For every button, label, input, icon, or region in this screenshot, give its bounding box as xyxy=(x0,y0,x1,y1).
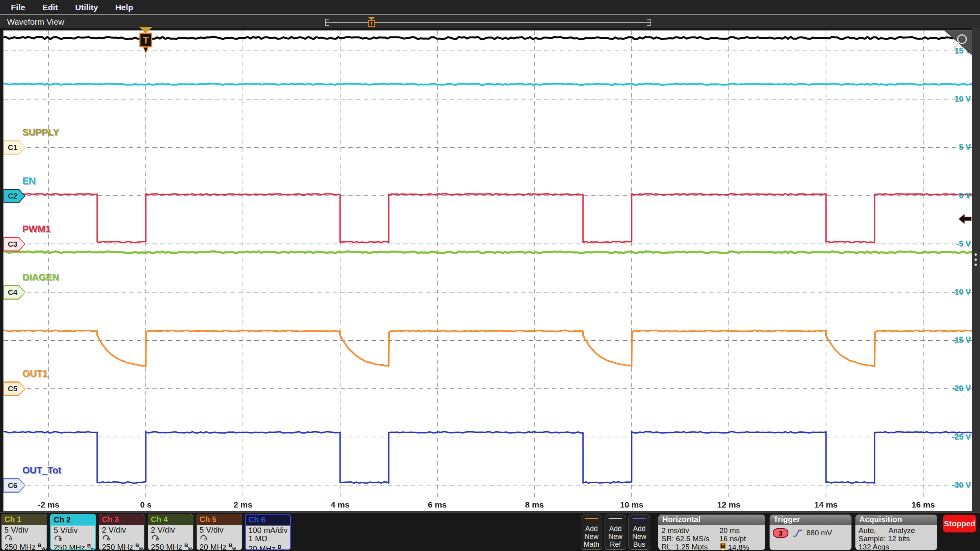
oscilloscope-screen: File Edit Utility Help Waveform View T xyxy=(0,0,980,551)
menu-item-file[interactable]: File xyxy=(11,3,25,12)
more-options-handle[interactable] xyxy=(975,253,978,269)
minimap-trigger-marker[interactable]: T xyxy=(367,17,376,28)
view-header: Waveform View T xyxy=(0,14,980,28)
trigger-level: 880 mV xyxy=(806,529,832,537)
record-length: RL: 1.25 Mpts xyxy=(661,543,719,551)
trace-EN xyxy=(4,83,972,85)
trigger-position-percent: 14.8% xyxy=(728,543,749,551)
channel-name-pwm1: PWM1 xyxy=(22,224,51,235)
channel-name-en: EN xyxy=(22,175,35,186)
graticule-grid xyxy=(4,31,972,499)
voltage-label-10v: 10 V xyxy=(935,94,971,103)
voltage-label-5v: 5 V xyxy=(935,143,971,152)
menu-bar: File Edit Utility Help xyxy=(0,0,980,14)
acquisition-panel[interactable]: Acquisition Auto, Analyze Sample: 12 bit… xyxy=(855,515,937,550)
voltage-label-m5v: -5 V xyxy=(935,239,971,248)
bus-accent-line xyxy=(632,518,646,519)
probe-icon xyxy=(148,534,193,541)
trigger-level-arrow[interactable] xyxy=(958,214,972,225)
voltage-label-m20v: -20 V xyxy=(935,384,971,393)
resolution: 16 ns/pt xyxy=(719,535,746,543)
time-label-2: 2 ms xyxy=(234,500,252,509)
view-title: Waveform View xyxy=(7,17,64,27)
trigger-source-badge: 3 xyxy=(773,528,788,538)
time-label-8: 14 ms xyxy=(814,500,838,509)
channel-badge-ch3[interactable]: Ch 3 2 V/div 250 MHz Bw xyxy=(99,514,145,550)
acq-sample: Sample: 12 bits xyxy=(859,535,934,543)
math-accent-line xyxy=(585,518,598,519)
svg-text:T: T xyxy=(143,35,149,45)
time-label-5: 8 ms xyxy=(525,500,544,509)
time-label-3: 4 ms xyxy=(331,500,350,509)
waveform-plot xyxy=(4,31,972,499)
trigger-panel[interactable]: Trigger 3 880 mV xyxy=(770,515,851,550)
probe-icon xyxy=(2,534,47,541)
trace-OUT_Tot xyxy=(4,432,972,483)
channel-name-out-tot: OUT_Tot xyxy=(22,465,62,476)
trace-OUT1 xyxy=(4,331,972,367)
time-label-4: 6 ms xyxy=(428,500,447,509)
time-label-1: 0 s xyxy=(140,500,151,509)
voltage-label-m15v: -15 V xyxy=(935,336,971,345)
menu-item-edit[interactable]: Edit xyxy=(42,3,58,12)
acq-analyze: Analyze xyxy=(888,526,915,535)
time-label-9: 16 ms xyxy=(911,500,935,509)
run-stop-button[interactable]: Stopped xyxy=(943,515,976,533)
probe-icon xyxy=(51,535,95,542)
right-edge-strip xyxy=(972,28,980,512)
time-label-6: 10 ms xyxy=(620,500,643,509)
waveform-graticule: T SUPPLY EN PWM1 DIAGEN OUT1 OUT_Tot C1 … xyxy=(3,30,973,511)
horizontal-position-minimap[interactable]: T xyxy=(324,16,653,28)
horizontal-scale: 2 ms/div xyxy=(661,526,719,535)
channel-badge-ch2[interactable]: Ch 2 5 V/div 250 MHz Bw xyxy=(50,514,96,550)
probe-icon xyxy=(197,534,242,541)
channel-badge-ch5[interactable]: Ch 5 5 V/div 20 MHz Bw xyxy=(196,514,242,550)
add-new-math-button[interactable]: Add New Math xyxy=(581,515,602,550)
svg-text:T: T xyxy=(722,544,725,548)
acq-mode: Auto, xyxy=(859,526,876,535)
rising-edge-icon xyxy=(792,528,802,538)
svg-text:T: T xyxy=(370,21,373,27)
voltage-label-m30v: -30 V xyxy=(935,481,971,490)
menu-item-utility[interactable]: Utility xyxy=(75,3,98,12)
ref-accent-line xyxy=(609,518,622,519)
trigger-position-icon: T xyxy=(719,543,726,551)
acq-count: 132 Acqs xyxy=(859,543,934,551)
trace-DIAGEN xyxy=(4,251,972,253)
horizontal-panel[interactable]: Horizontal 2 ms/div 20 ms SR: 62.5 MS/s … xyxy=(658,515,765,550)
time-label-0: -2 ms xyxy=(38,500,60,509)
horizontal-panel-title: Horizontal xyxy=(658,515,765,525)
channel-badge-ch6[interactable]: Ch 6 100 mA/div 1 MΩ 20 MHz Bw xyxy=(245,514,291,550)
channel-badge-ch1[interactable]: Ch 1 5 V/div 250 MHz Bw xyxy=(1,514,47,550)
sample-rate: SR: 62.5 MS/s xyxy=(661,535,719,543)
time-axis: -2 ms 0 s 2 ms 4 ms 6 ms 8 ms 10 ms 12 m… xyxy=(4,499,972,511)
time-label-7: 12 ms xyxy=(717,500,741,509)
acquisition-panel-title: Acquisition xyxy=(855,515,937,525)
add-new-ref-button[interactable]: Add New Ref xyxy=(605,515,626,550)
settings-bar: Ch 1 5 V/div 250 MHz Bw Ch 2 5 V/div 250… xyxy=(0,512,980,551)
menu-item-help[interactable]: Help xyxy=(115,3,133,12)
voltage-label-0v: 0 V xyxy=(935,191,971,200)
trigger-position-marker[interactable]: T xyxy=(139,27,153,55)
channel-badge-ch4[interactable]: Ch 4 2 V/div 250 MHz Bw xyxy=(148,514,194,550)
horizontal-window: 20 ms xyxy=(719,526,740,535)
channel-name-supply: SUPPLY xyxy=(22,127,59,138)
trace-PWM1 xyxy=(4,194,972,243)
channel-name-out1: OUT1 xyxy=(22,368,47,379)
voltage-label-m25v: -25 V xyxy=(935,432,971,441)
probe-icon xyxy=(99,534,144,541)
voltage-label-m10v: -10 V xyxy=(935,287,971,296)
add-new-bus-button[interactable]: Add New Bus xyxy=(629,515,650,550)
channel-name-diagen: DIAGEN xyxy=(22,272,59,283)
zoom-corner-handle[interactable] xyxy=(943,31,972,56)
trigger-panel-title: Trigger xyxy=(770,515,851,525)
